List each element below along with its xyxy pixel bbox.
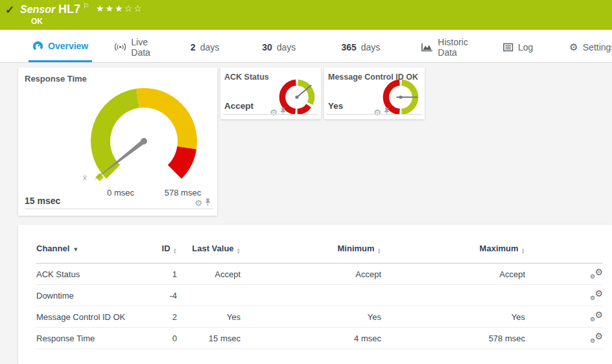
channel-id: 1 — [134, 264, 177, 285]
table-row[interactable]: Response Time 0 15 msec 4 msec 578 msec … — [36, 328, 603, 349]
tab-label: Historic Data — [438, 37, 468, 58]
channel-last-value — [177, 285, 241, 306]
column-header-channel[interactable]: Channel▼ — [36, 243, 134, 264]
sort-icon: ▲▼ — [237, 247, 241, 254]
table-header-row: Channel▼ ID▲▼ Last Value▲▼ Minimum▲▼ Max… — [36, 243, 603, 264]
tab-label: days — [361, 42, 381, 52]
channel-last-value: 15 msec — [177, 328, 241, 349]
channel-maximum: 578 msec — [381, 328, 525, 349]
tab-label: Settings — [583, 42, 612, 52]
average-marker-label: x̄ — [83, 174, 87, 181]
priority-stars[interactable]: ★★★☆☆ — [96, 3, 143, 14]
channel-minimum: 4 msec — [241, 328, 381, 349]
pin-icon[interactable] — [205, 197, 211, 209]
sort-desc-icon: ▼ — [73, 246, 78, 253]
tab-30-days[interactable]: 30 days — [258, 30, 300, 62]
sort-icon: ▲▼ — [173, 247, 177, 254]
channel-maximum: Yes — [381, 306, 525, 328]
sensor-name: HL7 — [58, 3, 80, 16]
table-row[interactable]: Downtime -4 ⚙⚙ — [36, 285, 603, 306]
tab-label: days — [277, 42, 296, 52]
channel-settings-icon[interactable]: ⚙⚙ — [590, 289, 603, 301]
tab-settings[interactable]: ⚙ Settings — [565, 30, 612, 62]
column-header-maximum[interactable]: Maximum▲▼ — [381, 243, 525, 264]
column-header-minimum[interactable]: Minimum▲▼ — [241, 243, 381, 264]
response-time-gauge: x̄ — [73, 75, 215, 190]
channel-name: Downtime — [36, 285, 134, 306]
channel-name: ACK Status — [36, 264, 134, 285]
gauge-icon — [32, 41, 43, 52]
tab-2-days[interactable]: 2 days — [187, 30, 223, 62]
channel-settings-icon[interactable]: ⚙⚙ — [590, 332, 603, 343]
channel-settings-icon[interactable]: ⚙⚙ — [590, 267, 603, 279]
channel-minimum: Accept — [241, 264, 381, 285]
tile-title: ACK Status — [224, 73, 269, 82]
gear-icon[interactable]: ⚙ — [270, 108, 277, 117]
tile-divider — [223, 114, 318, 115]
channel-settings-icon[interactable]: ⚙⚙ — [590, 310, 603, 322]
tab-label: days — [200, 42, 220, 52]
ack-status-gauge-tile: ACK Status Accept ⚙ — [220, 67, 321, 119]
broadcast-icon — [114, 42, 126, 52]
channel-maximum: Accept — [381, 264, 525, 285]
column-label: Channel — [36, 244, 69, 253]
last-value: Accept — [224, 101, 253, 111]
tab-365-days[interactable]: 365 days — [337, 30, 384, 62]
channel-id: -4 — [134, 285, 177, 306]
column-label: Last Value — [192, 244, 233, 253]
tab-log[interactable]: Log — [499, 30, 537, 62]
message-control-gauge-tile: Message Control ID OK Yes ⚙ — [324, 67, 425, 119]
channel-id: 0 — [134, 328, 177, 349]
sensor-status-bar: ✓ Sensor HL7 ⚐ ★★★☆☆ OK — [0, 0, 612, 30]
tab-overview[interactable]: Overview — [29, 30, 92, 62]
table-row[interactable]: Message Control ID OK 2 Yes Yes Yes ⚙⚙ — [36, 306, 603, 328]
sensor-type-label: Sensor — [20, 4, 55, 16]
channel-last-value: Yes — [177, 306, 241, 328]
gauge-scale-min: 0 msec — [104, 188, 137, 198]
tile-divider — [25, 209, 213, 209]
flag-icon: ⚐ — [83, 2, 89, 10]
tab-label: Live Data — [131, 37, 150, 58]
channel-maximum — [381, 285, 525, 306]
tile-divider — [327, 114, 422, 115]
channel-table-panel: Channel▼ ID▲▼ Last Value▲▼ Minimum▲▼ Max… — [18, 225, 612, 364]
gear-icon[interactable]: ⚙ — [373, 108, 381, 117]
table-row[interactable]: ACK Status 1 Accept Accept Accept ⚙⚙ — [36, 264, 603, 285]
column-label: Minimum — [338, 244, 375, 253]
channel-name: Response Time — [36, 328, 134, 349]
sort-icon: ▲▼ — [521, 247, 525, 254]
column-header-actions — [525, 243, 603, 264]
channel-name: Message Control ID OK — [36, 306, 134, 328]
pin-icon[interactable] — [280, 106, 286, 118]
channel-minimum — [241, 285, 381, 306]
channel-table: Channel▼ ID▲▼ Last Value▲▼ Minimum▲▼ Max… — [36, 243, 603, 349]
status-badge: OK — [31, 17, 43, 26]
log-list-icon — [503, 43, 513, 52]
last-value: 15 msec — [25, 196, 60, 206]
channel-last-value: Accept — [177, 264, 241, 285]
last-value: Yes — [328, 101, 343, 111]
tab-label-number: 2 — [191, 42, 196, 52]
column-label: Maximum — [480, 244, 519, 253]
channel-id: 2 — [134, 306, 177, 328]
column-header-last-value[interactable]: Last Value▲▼ — [177, 243, 241, 264]
column-header-id[interactable]: ID▲▼ — [134, 243, 177, 264]
tab-label-number: 365 — [341, 42, 356, 52]
gear-icon: ⚙ — [569, 41, 578, 53]
tab-label: Overview — [48, 41, 88, 51]
ok-check-icon: ✓ — [5, 3, 14, 17]
tab-label-number: 30 — [262, 42, 272, 52]
tab-bar: Overview Live Data 2 days 30 days 365 da… — [0, 30, 612, 63]
tab-label: Log — [518, 42, 533, 52]
response-time-gauge-tile: Response Time x̄ 0 msec 578 msec 15 msec… — [18, 67, 217, 216]
area-chart-icon — [421, 42, 433, 52]
pin-icon[interactable] — [384, 106, 390, 118]
tab-historic-data[interactable]: Historic Data — [418, 30, 472, 62]
gear-icon[interactable]: ⚙ — [194, 198, 202, 208]
gauge-scale-max: 578 msec — [162, 188, 204, 198]
column-label: ID — [162, 244, 171, 253]
sort-icon: ▲▼ — [377, 247, 381, 254]
tab-live-data[interactable]: Live Data — [110, 30, 154, 62]
channel-minimum: Yes — [241, 306, 381, 328]
